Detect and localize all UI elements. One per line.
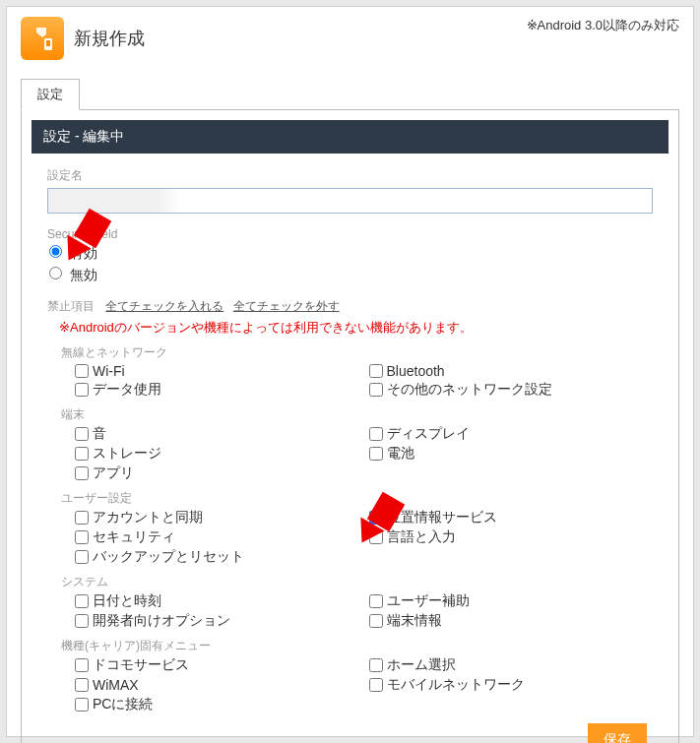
shield-phone-icon <box>21 17 64 60</box>
checkbox-label: その他のネットワーク設定 <box>387 381 552 399</box>
checkbox-input[interactable] <box>75 550 89 564</box>
checkbox-item[interactable]: その他のネットワーク設定 <box>369 381 654 399</box>
radio-disabled-input[interactable] <box>49 267 62 279</box>
checkbox-input[interactable] <box>75 594 89 608</box>
checkbox-item[interactable]: アプリ <box>75 464 359 482</box>
checkbox-label: 端末情報 <box>387 612 442 630</box>
checkbox-item[interactable]: ホーム選択 <box>369 656 654 674</box>
checkbox-label: ストレージ <box>93 445 161 463</box>
checkbox-input[interactable] <box>75 427 89 441</box>
checkbox-label: 日付と時刻 <box>93 592 161 610</box>
checkbox-item[interactable]: データ使用 <box>75 381 359 399</box>
checkbox-label: 電池 <box>387 445 414 463</box>
checkbox-input[interactable] <box>369 594 383 608</box>
checkbox-label: ドコモサービス <box>93 656 189 674</box>
check-all-link[interactable]: 全てチェックを入れる <box>105 299 223 313</box>
checkbox-label: PCに接続 <box>93 696 153 713</box>
checkbox-item[interactable]: バックアップとリセット <box>75 548 359 566</box>
checkbox-label: 位置情報サービス <box>387 509 497 526</box>
panel-title: 設定 - 編集中 <box>32 120 668 154</box>
tab-settings[interactable]: 設定 <box>21 79 80 110</box>
checkbox-input[interactable] <box>75 658 89 672</box>
checkbox-input[interactable] <box>75 447 89 461</box>
shield-label: SecureShield <box>47 227 653 241</box>
page-title: 新規作成 <box>74 27 145 50</box>
checkbox-input[interactable] <box>369 658 383 672</box>
checkbox-item[interactable]: 端末情報 <box>369 612 654 630</box>
checkbox-label: ディスプレイ <box>387 425 470 443</box>
checkbox-input[interactable] <box>369 427 383 441</box>
checkbox-input[interactable] <box>369 383 383 397</box>
checkbox-input[interactable] <box>75 466 89 480</box>
checkbox-label: ユーザー補助 <box>387 592 470 610</box>
checkbox-input[interactable] <box>75 698 89 712</box>
checkbox-item[interactable]: 言語と入力 <box>369 528 654 546</box>
checkbox-label: セキュリティ <box>93 528 175 546</box>
checkbox-label: Wi-Fi <box>93 363 125 379</box>
prohibit-label: 禁止項目 <box>47 299 95 313</box>
group-label: システム <box>61 574 653 590</box>
group-label: 端末 <box>61 406 653 423</box>
group-label: ユーザー設定 <box>61 490 653 507</box>
checkbox-item[interactable]: 日付と時刻 <box>75 592 359 610</box>
checkbox-label: Bluetooth <box>387 363 445 379</box>
checkbox-item[interactable]: ディスプレイ <box>369 425 654 443</box>
checkbox-input[interactable] <box>75 364 89 378</box>
radio-disabled-label: 無効 <box>70 267 97 282</box>
checkbox-item[interactable]: ドコモサービス <box>75 656 359 674</box>
checkbox-item[interactable]: ストレージ <box>75 445 359 463</box>
checkbox-item[interactable]: WiMAX <box>75 676 359 694</box>
radio-disabled[interactable]: 無効 <box>49 267 97 282</box>
svg-rect-1 <box>46 40 50 46</box>
checkbox-label: ホーム選択 <box>387 656 456 674</box>
warning-text: ※Androidのバージョンや機種によっては利用できない機能があります。 <box>59 319 653 337</box>
checkbox-label: 言語と入力 <box>387 528 456 546</box>
checkbox-label: WiMAX <box>93 677 139 693</box>
checkbox-item[interactable]: ユーザー補助 <box>369 592 654 610</box>
checkbox-label: アプリ <box>93 464 134 482</box>
checkbox-item[interactable]: 電池 <box>369 445 654 463</box>
checkbox-item[interactable]: セキュリティ <box>75 528 359 546</box>
checkbox-input[interactable] <box>75 383 89 397</box>
checkbox-input[interactable] <box>75 678 89 692</box>
checkbox-item[interactable]: PCに接続 <box>75 696 359 713</box>
save-button[interactable]: 保存 <box>588 723 647 743</box>
name-label: 設定名 <box>47 167 653 184</box>
checkbox-input[interactable] <box>75 614 89 628</box>
checkbox-label: アカウントと同期 <box>93 509 203 526</box>
name-input[interactable] <box>47 188 653 214</box>
checkbox-label: 開発者向けオプション <box>93 612 230 630</box>
checkbox-item[interactable]: 開発者向けオプション <box>75 612 359 630</box>
uncheck-all-link[interactable]: 全てチェックを外す <box>233 299 340 313</box>
checkbox-item[interactable]: アカウントと同期 <box>75 509 359 526</box>
checkbox-label: モバイルネットワーク <box>387 676 525 694</box>
checkbox-item[interactable]: 音 <box>75 425 359 443</box>
checkbox-input[interactable] <box>75 511 89 525</box>
checkbox-item[interactable]: 位置情報サービス <box>369 509 654 526</box>
checkbox-item[interactable]: Wi-Fi <box>75 363 359 379</box>
compat-note: ※Android 3.0以降のみ対応 <box>527 17 680 34</box>
checkbox-input[interactable] <box>369 447 383 461</box>
checkbox-input[interactable] <box>75 530 89 544</box>
checkbox-label: バックアップとリセット <box>93 548 244 566</box>
checkbox-input[interactable] <box>369 614 383 628</box>
checkbox-item[interactable]: Bluetooth <box>369 363 654 379</box>
checkbox-item[interactable]: モバイルネットワーク <box>369 676 654 694</box>
tab-strip: 設定 <box>21 78 679 110</box>
checkbox-input[interactable] <box>369 364 383 378</box>
checkbox-input[interactable] <box>369 678 383 692</box>
group-label: 機種(キャリア)固有メニュー <box>61 638 653 654</box>
checkbox-label: データ使用 <box>93 381 161 399</box>
checkbox-label: 音 <box>93 425 106 443</box>
group-label: 無線とネットワーク <box>61 344 653 361</box>
